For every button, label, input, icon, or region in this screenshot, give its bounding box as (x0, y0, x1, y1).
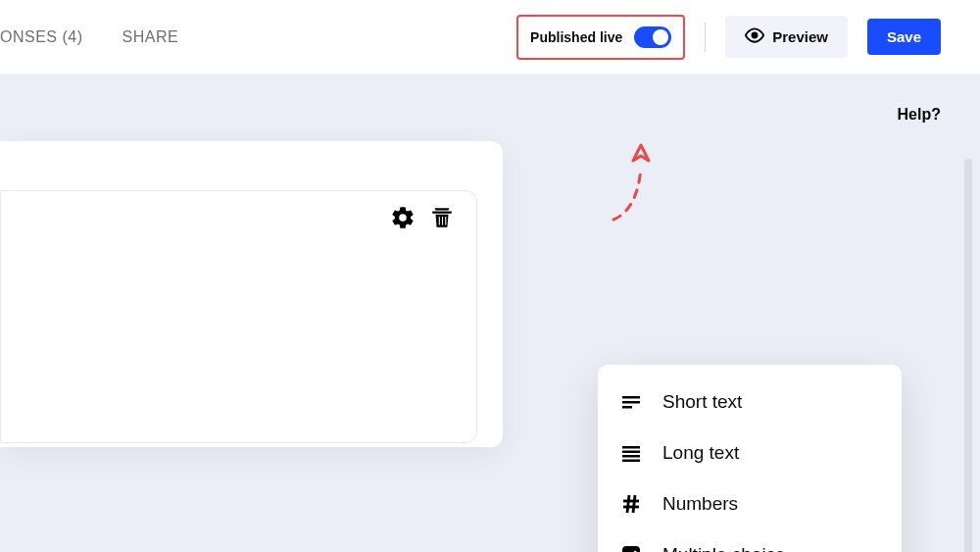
field-type-menu: Short text Long text (598, 365, 902, 552)
svg-rect-3 (622, 406, 632, 409)
publish-toggle[interactable] (634, 26, 671, 48)
question-toolbar (390, 205, 455, 234)
separator (705, 23, 706, 52)
hash-icon (619, 492, 643, 516)
svg-rect-5 (622, 451, 640, 454)
save-button[interactable]: Save (867, 19, 941, 55)
save-label: Save (887, 28, 921, 45)
menu-item-label: Short text (662, 391, 742, 413)
nav-responses[interactable]: ONSES (4) (0, 28, 83, 46)
svg-point-0 (753, 33, 758, 38)
svg-rect-12 (622, 546, 640, 552)
eye-icon (745, 25, 764, 48)
publish-block: Published live (516, 15, 685, 60)
short-text-icon (619, 390, 643, 414)
menu-item-label: Multiple choice (662, 544, 786, 552)
gear-icon[interactable] (390, 205, 416, 234)
svg-rect-7 (622, 460, 640, 463)
svg-line-11 (633, 495, 635, 513)
menu-item-label: Numbers (662, 493, 738, 515)
canvas-area: Help? (0, 75, 980, 552)
topbar: ONSES (4) SHARE Published live Preview S… (0, 0, 980, 75)
svg-rect-2 (622, 401, 640, 404)
nav-share[interactable]: SHARE (122, 28, 179, 46)
field-type-multiple-choice[interactable]: Multiple choice (598, 529, 902, 552)
topbar-right: Published live Preview Save (516, 15, 941, 60)
svg-rect-1 (622, 396, 640, 399)
help-link[interactable]: Help? (898, 106, 941, 124)
trash-icon[interactable] (429, 205, 455, 234)
menu-item-label: Long text (662, 442, 739, 464)
preview-button[interactable]: Preview (725, 16, 848, 58)
svg-rect-6 (622, 455, 640, 458)
arrow-annotation (606, 139, 655, 224)
field-type-numbers[interactable]: Numbers (598, 478, 902, 529)
svg-rect-4 (622, 446, 640, 449)
check-square-icon (619, 543, 643, 552)
question-card (0, 141, 503, 447)
scrollbar[interactable] (964, 159, 972, 552)
field-type-short-text[interactable]: Short text (598, 376, 902, 427)
svg-line-10 (627, 495, 629, 513)
publish-label: Published live (530, 29, 622, 45)
long-text-icon (619, 441, 643, 465)
topbar-left: ONSES (4) SHARE (0, 28, 178, 46)
question-inner[interactable] (0, 190, 477, 443)
field-type-long-text[interactable]: Long text (598, 427, 902, 478)
preview-label: Preview (772, 28, 828, 45)
